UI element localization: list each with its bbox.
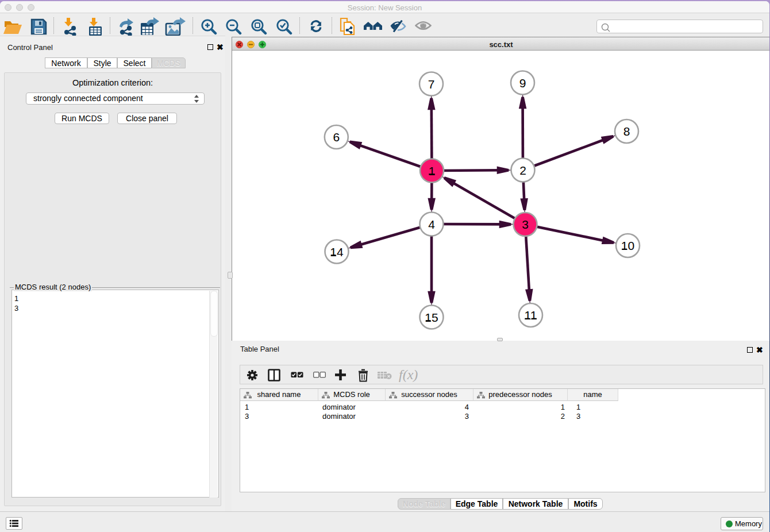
svg-text:3: 3 [522,218,529,231]
svg-text:4: 4 [428,218,435,231]
svg-text:7: 7 [428,78,435,91]
svg-text:10: 10 [621,239,634,252]
svg-text:2: 2 [519,164,526,177]
svg-text:1: 1 [429,164,436,178]
svg-text:8: 8 [623,125,630,138]
svg-text:f(x): f(x) [399,367,418,382]
svg-text:6: 6 [333,130,340,144]
svg-text:9: 9 [519,76,526,90]
svg-text:14: 14 [330,245,344,259]
svg-text:11: 11 [525,309,537,322]
svg-text:15: 15 [425,311,438,324]
